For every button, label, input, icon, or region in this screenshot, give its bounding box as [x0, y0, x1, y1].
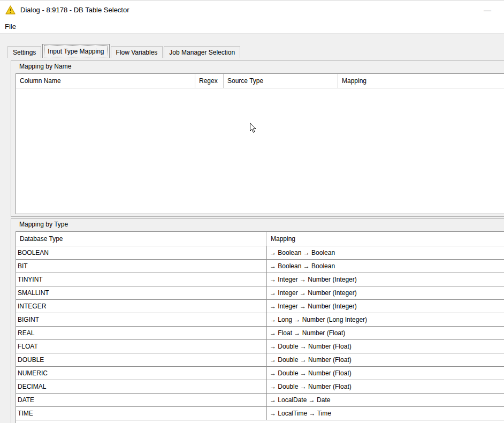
type-table-rows: BOOLEAN→ Boolean → BooleanBIT→ Boolean →…	[16, 246, 504, 420]
title-bar: Dialog - 8:9178 - DB Table Selector —	[0, 0, 504, 19]
mapping-by-name-group: Mapping by Name Column Name Regex Source…	[11, 61, 504, 217]
tab-label: Input Type Mapping	[48, 48, 104, 55]
mapping-cell: → LocalTime → Time	[267, 407, 504, 420]
mapping-cell: → LocalDate → Date	[267, 394, 504, 406]
db-type-cell: FLOAT	[16, 340, 267, 353]
db-type-cell: BIT	[16, 260, 267, 273]
db-type-cell: BOOLEAN	[16, 246, 267, 259]
tab-settings[interactable]: Settings	[7, 46, 41, 58]
tab-job-manager-selection[interactable]: Job Manager Selection	[164, 46, 240, 58]
mapping-cell: → Long → Number (Long Integer)	[267, 313, 504, 326]
table-row[interactable]: TIME→ LocalTime → Time	[16, 407, 504, 420]
mapping-by-type-table: Database Type Mapping BOOLEAN→ Boolean →…	[16, 231, 504, 423]
type-table-header: Database Type Mapping	[16, 232, 504, 246]
column-header-database-type[interactable]: Database Type	[16, 232, 267, 246]
table-row[interactable]: DOUBLE→ Double → Number (Float)	[16, 353, 504, 367]
mapping-cell: → Double → Number (Float)	[267, 353, 504, 366]
table-row[interactable]: DECIMAL→ Double → Number (Float)	[16, 380, 504, 394]
table-row[interactable]: SMALLINT→ Integer → Number (Integer)	[16, 286, 504, 300]
db-type-cell: DECIMAL	[16, 380, 267, 393]
minimize-button[interactable]: —	[475, 1, 500, 20]
name-table-header: Column Name Regex Source Type Mapping	[16, 74, 504, 88]
db-type-cell: TIME	[16, 407, 267, 420]
mapping-cell: → Float → Number (Float)	[267, 327, 504, 339]
tab-flow-variables[interactable]: Flow Variables	[111, 46, 163, 58]
mapping-cell: → Double → Number (Float)	[267, 380, 504, 393]
tab-label: Settings	[13, 49, 36, 56]
tab-input-type-mapping[interactable]: Input Type Mapping	[42, 44, 109, 58]
mapping-cell: → Boolean → Boolean	[267, 246, 504, 259]
mapping-by-type-group: Mapping by Type Database Type Mapping BO…	[11, 218, 504, 423]
column-header-mapping[interactable]: Mapping	[338, 74, 504, 88]
mapping-cell: → Double → Number (Float)	[267, 340, 504, 353]
db-type-cell: NUMERIC	[16, 367, 267, 380]
column-header-source-type[interactable]: Source Type	[224, 74, 338, 88]
db-type-cell: TINYINT	[16, 273, 267, 286]
table-row[interactable]: BIGINT→ Long → Number (Long Integer)	[16, 313, 504, 327]
table-row[interactable]: TINYINT→ Integer → Number (Integer)	[16, 273, 504, 286]
column-header-regex[interactable]: Regex	[195, 74, 224, 88]
mapping-by-name-table: Column Name Regex Source Type Mapping	[16, 73, 504, 214]
db-type-cell: INTEGER	[16, 300, 267, 313]
db-type-cell: DOUBLE	[16, 353, 267, 366]
mapping-cell: → Double → Number (Float)	[267, 367, 504, 380]
window-title: Dialog - 8:9178 - DB Table Selector	[20, 6, 129, 14]
mapping-cell: → Integer → Number (Integer)	[267, 300, 504, 313]
table-row[interactable]: DATE→ LocalDate → Date	[16, 394, 504, 407]
app-warning-triangle-icon	[5, 5, 16, 14]
menu-file[interactable]: File	[0, 19, 21, 33]
table-row[interactable]: BOOLEAN→ Boolean → Boolean	[16, 246, 504, 260]
tab-label: Job Manager Selection	[169, 49, 235, 56]
db-type-cell: DATE	[16, 394, 267, 406]
table-row[interactable]: FLOAT→ Double → Number (Float)	[16, 340, 504, 353]
mapping-cell: → Boolean → Boolean	[267, 260, 504, 273]
table-row[interactable]: INTEGER→ Integer → Number (Integer)	[16, 300, 504, 313]
tab-bar: Settings Input Type Mapping Flow Variabl…	[7, 44, 241, 58]
mapping-cell: → Integer → Number (Integer)	[267, 286, 504, 299]
column-header-column-name[interactable]: Column Name	[16, 74, 195, 88]
mapping-cell: → Integer → Number (Integer)	[267, 273, 504, 286]
column-header-mapping[interactable]: Mapping	[267, 232, 504, 246]
table-row[interactable]: REAL→ Float → Number (Float)	[16, 327, 504, 340]
db-type-cell: REAL	[16, 327, 267, 339]
mapping-by-type-title: Mapping by Type	[19, 221, 68, 228]
tab-label: Flow Variables	[116, 49, 158, 56]
mapping-by-name-title: Mapping by Name	[19, 63, 71, 70]
db-type-cell: SMALLINT	[16, 286, 267, 299]
db-type-cell: BIGINT	[16, 313, 267, 326]
menu-bar: File	[0, 19, 504, 33]
table-row[interactable]: NUMERIC→ Double → Number (Float)	[16, 367, 504, 380]
table-row[interactable]: BIT→ Boolean → Boolean	[16, 260, 504, 273]
